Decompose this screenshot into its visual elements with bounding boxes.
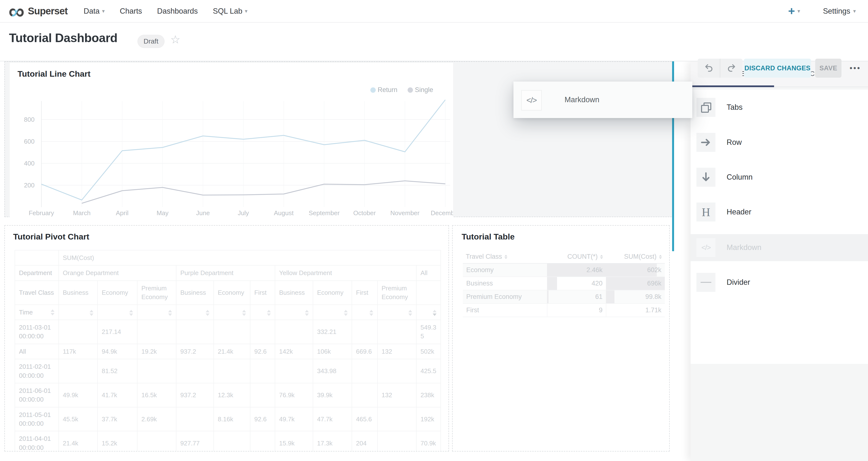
sort-icon[interactable]	[408, 310, 412, 316]
pivot-cell: 927.77	[176, 431, 214, 452]
sort-icon[interactable]	[206, 310, 210, 316]
sort-icon[interactable]	[51, 309, 55, 315]
table-cell: First	[463, 304, 547, 317]
pivot-all-header: All	[416, 265, 441, 280]
sort-desc-icon[interactable]	[433, 310, 437, 316]
pivot-group-header: Yellow Department	[275, 265, 416, 280]
nav-item-data[interactable]: Data▾	[84, 7, 105, 16]
column-header[interactable]: COUNT(*)	[547, 250, 606, 264]
pivot-col-header: Economy	[98, 281, 137, 305]
page-title[interactable]: Tutorial Dashboard	[9, 31, 118, 45]
undo-button[interactable]	[698, 59, 720, 78]
drag-preview-label: Markdown	[564, 82, 599, 118]
pivot-cell	[250, 383, 275, 407]
nav-item-label: SQL Lab	[213, 7, 242, 16]
pivot-cell	[352, 359, 377, 383]
pivot-cell	[137, 320, 176, 344]
pivot-cell	[250, 431, 275, 452]
sort-icon[interactable]	[600, 255, 603, 259]
markdown-drag-preview[interactable]: </> Markdown	[514, 82, 692, 118]
sort-icon[interactable]	[305, 310, 309, 316]
table-chart-card[interactable]: Tutorial Table Travel ClassCOUNT(*)SUM(C…	[452, 225, 670, 452]
sort-icon[interactable]	[267, 310, 271, 316]
pivot-cell	[250, 320, 275, 344]
sort-icon[interactable]	[504, 255, 507, 259]
sort-icon[interactable]	[344, 310, 348, 316]
sort-icon[interactable]	[242, 310, 246, 316]
pivot-cell	[275, 359, 313, 383]
superset-brand[interactable]: ∞ Superset	[8, 4, 68, 19]
table-cell: 602k	[606, 264, 665, 277]
pivot-chart-card[interactable]: Tutorial Pivot Chart SUM(Cost)Department…	[4, 225, 449, 452]
component-label: Tabs	[726, 94, 742, 121]
chevron-down-icon: ▾	[102, 8, 105, 14]
pivot-cell	[377, 320, 416, 344]
pivot-cell: 238k	[416, 383, 441, 407]
nav-item-sql-lab[interactable]: SQL Lab▾	[213, 7, 247, 16]
pivot-cell: 502k	[416, 344, 441, 359]
table-cell: Economy	[463, 264, 547, 277]
header-icon: H	[702, 206, 710, 219]
table-row: First91.71k	[463, 304, 665, 317]
tabs-icon	[701, 102, 711, 112]
pivot-cell	[377, 431, 416, 452]
legend-item-return[interactable]: Return	[370, 86, 397, 94]
redo-button[interactable]	[720, 59, 742, 78]
pivot-col-header: Premium Economy	[137, 281, 176, 305]
pivot-cell: 49.7k	[275, 407, 313, 431]
brand-name: Superset	[28, 6, 68, 17]
sort-icon[interactable]	[90, 310, 93, 316]
top-navbar: ∞ Superset Data▾ChartsDashboardsSQL Lab▾…	[0, 0, 868, 23]
column-header[interactable]: SUM(Cost)	[606, 250, 665, 264]
pivot-cell	[59, 359, 98, 383]
sort-icon[interactable]	[369, 310, 373, 316]
pivot-cell: 45.5k	[59, 407, 98, 431]
component-list: TabsRowColumnHHeader</>MarkdownDivider	[691, 90, 868, 364]
pivot-cell: 425.5	[416, 359, 441, 383]
component-icon-box	[696, 168, 715, 187]
sort-icon[interactable]	[168, 310, 172, 316]
discard-changes-button[interactable]: DISCARD CHANGES	[744, 59, 811, 78]
sidebar-item-column[interactable]: Column	[691, 164, 868, 191]
pivot-data-row: 2011-03-01 00:00:00217.14332.21549.35	[15, 320, 441, 344]
svg-text:March: March	[73, 209, 91, 217]
nav-item-label: Charts	[120, 7, 142, 16]
line-chart: 200400600800FebruaryMarchAprilMayJuneJul…	[10, 95, 453, 217]
pivot-cell: 465.6	[352, 407, 377, 431]
settings-menu[interactable]: Settings ▾	[823, 7, 856, 16]
nav-item-dashboards[interactable]: Dashboards	[157, 7, 198, 16]
pivot-cell: 106k	[313, 344, 352, 359]
sort-icon[interactable]	[129, 310, 133, 316]
sidebar-item-header[interactable]: HHeader	[691, 198, 868, 225]
svg-text:600: 600	[24, 138, 35, 145]
pivot-cell: 92.6	[250, 344, 275, 359]
legend-item-single[interactable]: Single	[408, 86, 433, 94]
pivot-cell: 937.2	[176, 383, 214, 407]
sidebar-item-tabs[interactable]: Tabs	[691, 94, 868, 121]
row-icon	[700, 137, 712, 148]
table-cell: 99.8k	[606, 290, 665, 304]
column-header[interactable]: Travel Class	[463, 250, 547, 264]
pivot-cell	[352, 383, 377, 407]
pivot-cell	[137, 359, 176, 383]
new-item-button[interactable]: + ▾	[788, 5, 800, 17]
column-icon	[700, 172, 712, 183]
sidebar-item-markdown[interactable]: </>Markdown	[691, 234, 868, 261]
undo-redo-group	[698, 59, 742, 78]
sidebar-item-divider[interactable]: Divider	[691, 269, 868, 296]
pivot-cell	[137, 431, 176, 452]
dashboard-header: Tutorial Dashboard Draft ☆ DISCARD CHANG…	[0, 22, 868, 61]
save-button[interactable]: SAVE	[815, 59, 841, 78]
pivot-cell	[214, 359, 250, 383]
line-chart-card[interactable]: Tutorial Line Chart ReturnSingle 2004006…	[10, 63, 453, 217]
table-cell: Business	[463, 277, 547, 290]
sort-icon[interactable]	[659, 255, 662, 259]
pivot-col-header: Business	[275, 281, 313, 305]
sidebar-item-row[interactable]: Row	[691, 129, 868, 156]
pivot-table: SUM(Cost)DepartmentOrange DepartmentPurp…	[14, 250, 441, 452]
nav-item-charts[interactable]: Charts	[120, 7, 142, 16]
pivot-cell: 937.2	[176, 344, 214, 359]
pivot-col-header: First	[352, 281, 377, 305]
more-options-button[interactable]: •••	[847, 59, 864, 78]
favorite-star-icon[interactable]: ☆	[170, 33, 180, 46]
